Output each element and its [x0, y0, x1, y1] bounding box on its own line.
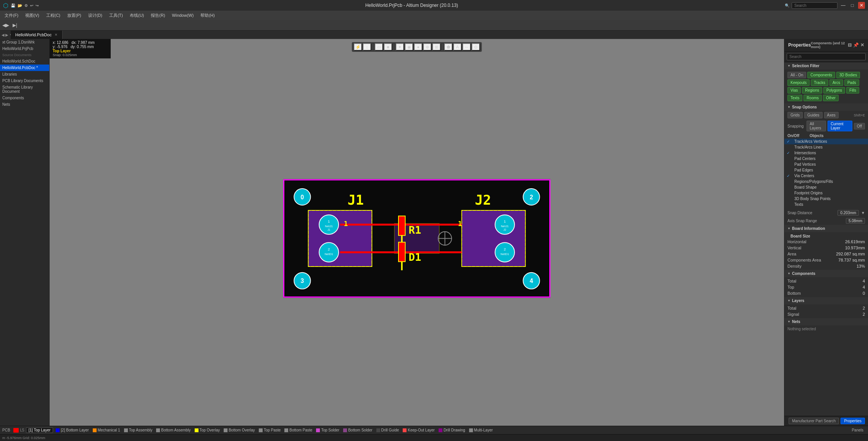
menu-view[interactable]: 视图(V)	[22, 12, 42, 19]
layer-drill-guide[interactable]: Drill Guide	[375, 428, 400, 432]
layer-multi[interactable]: Multi-Layer	[468, 428, 494, 432]
layer-keepout[interactable]: Keep-Out Layer	[402, 428, 436, 432]
layer-bottom[interactable]: [2] Bottom Layer	[55, 428, 90, 432]
pcb-tb-pad[interactable]: ⬟	[444, 43, 453, 51]
sidebar-item-1[interactable]: HelloWorld.PrjPcb	[0, 45, 49, 52]
section-components[interactable]: Components	[784, 270, 868, 277]
layer-bottom-paste[interactable]: Bottom Paste	[283, 428, 313, 432]
section-snap-options[interactable]: Snap Options	[784, 103, 868, 111]
status-layer-btn[interactable]: [1] Top Layer	[26, 427, 53, 433]
layer-bottom-solder[interactable]: Bottom Solder	[342, 428, 373, 432]
snap-distance-value[interactable]: 0.203mm	[837, 210, 859, 216]
filter-regions[interactable]: Regions	[802, 87, 822, 94]
sidebar-item-2[interactable]: Source Documents	[0, 52, 49, 58]
snap-axes[interactable]: Axes	[824, 112, 839, 118]
snap-row-via-centers[interactable]: ✓ Via Centers	[784, 173, 868, 179]
menu-window[interactable]: Window(W)	[169, 12, 197, 18]
snap-row-pad-edges[interactable]: Pad Edges	[784, 167, 868, 173]
snap-current-layer[interactable]: Current Layer	[828, 121, 852, 131]
sidebar-item-9[interactable]: Nets	[0, 101, 49, 108]
maximize-button[interactable]: □	[849, 2, 856, 9]
snap-grids[interactable]: Grids	[787, 112, 803, 118]
filter-tracks[interactable]: Tracks	[811, 79, 828, 86]
pcb-canvas[interactable]: x: 12.686 dx: 7.987 mm y: -5.976 dy: 0.7…	[50, 39, 784, 426]
pcb-tb-arrow[interactable]: ↕	[363, 43, 371, 51]
panel-properties[interactable]: Properties	[841, 418, 865, 424]
minimize-button[interactable]: —	[840, 2, 847, 9]
snap-row-board-shape[interactable]: Board Shape	[784, 184, 868, 190]
menu-tools[interactable]: 工具(T)	[106, 12, 126, 19]
pcb-tb-cross[interactable]: ⊕	[423, 43, 432, 51]
pcb-tb-solid[interactable]: ■	[384, 43, 392, 51]
filter-all-on[interactable]: All - On	[787, 72, 806, 78]
layer-mech1[interactable]: Mechanical 1	[92, 428, 121, 432]
snap-row-texts[interactable]: Texts	[784, 202, 868, 207]
sidebar-item-4[interactable]: HelloWorld.PcbDoc *	[0, 65, 49, 71]
filter-3dbodies[interactable]: 3D Bodies	[836, 72, 860, 78]
menu-place[interactable]: 放置(P)	[64, 12, 84, 19]
snap-row-regions[interactable]: Regions/Polygons/Fills	[784, 179, 868, 184]
snap-off[interactable]: Off	[854, 123, 865, 129]
snap-guides[interactable]: Guides	[804, 112, 823, 118]
tab-pcbdoc[interactable]: HelloWorld.PcbDoc ✕	[11, 31, 63, 39]
pcb-tb-text[interactable]: A	[453, 43, 462, 51]
pcb-tb-circle[interactable]: ◉	[405, 43, 413, 51]
toolbar-btn-1[interactable]: ◀▶	[2, 21, 10, 29]
menu-file[interactable]: 文件(F)	[2, 12, 21, 19]
pcb-tb-filter[interactable]: ⚡	[354, 43, 362, 51]
menu-design[interactable]: 设计(D)	[85, 12, 105, 19]
pcb-tb-route[interactable]: ✦	[396, 43, 404, 51]
layer-top-solder[interactable]: Top Solder	[315, 428, 340, 432]
panel-filter-icon[interactable]: ⊟	[848, 42, 852, 48]
sidebar-item-0[interactable]: xt Group 1.DsnWrk	[0, 39, 49, 45]
filter-rooms[interactable]: Rooms	[803, 95, 822, 101]
panels-label[interactable]: Panels	[849, 428, 866, 432]
pcb-board[interactable]: 1 NetJ1 J1 2 NetD1 1 NetJ1 J2 2 NetD1	[283, 179, 550, 297]
snap-row-track-arcs-lines[interactable]: Track/Arcs Lines	[784, 144, 868, 150]
panel-manufacturer-search[interactable]: Manufacturer Part Search	[789, 418, 839, 424]
close-button[interactable]: ✕	[858, 2, 865, 9]
filter-pads[interactable]: Pads	[844, 79, 859, 86]
filter-keepouts[interactable]: Keepouts	[787, 79, 810, 86]
sidebar-item-7[interactable]: Schematic Library Document	[0, 84, 49, 95]
pcb-tb-via[interactable]: ⊙	[472, 43, 480, 51]
snap-distance-dropdown[interactable]: ▼	[861, 211, 865, 215]
title-search-input[interactable]	[792, 2, 837, 9]
section-layers[interactable]: Layers	[784, 297, 868, 304]
layer-drill-drawing[interactable]: Drill Drawing	[437, 428, 466, 432]
sidebar-item-6[interactable]: PCB Library Documents	[0, 78, 49, 84]
pcb-tb-multi[interactable]: ⊞	[432, 43, 441, 51]
pcb-tb-rect[interactable]: ▭	[375, 43, 383, 51]
tab-scroll-right[interactable]: ▶	[5, 33, 8, 37]
sidebar-item-3[interactable]: HelloWorld.SchDoc	[0, 58, 49, 65]
snap-row-track-arcs-vertices[interactable]: ✓ Track/Arcs Vertices	[784, 139, 868, 144]
tab-scroll-left[interactable]: ◀	[2, 33, 5, 37]
panel-pin-icon[interactable]: 📌	[853, 42, 859, 48]
layer-top-paste[interactable]: Top Paste	[258, 428, 282, 432]
tab-close-icon[interactable]: ✕	[55, 33, 58, 37]
sidebar-item-8[interactable]: Components	[0, 95, 49, 101]
panel-close-icon[interactable]: ✕	[860, 42, 864, 48]
filter-components[interactable]: Components	[807, 72, 835, 78]
filter-vias[interactable]: Vias	[787, 87, 801, 94]
snap-row-footprint-origins[interactable]: Footprint Origins	[784, 190, 868, 196]
panel-search-input[interactable]	[787, 53, 866, 60]
pcb-tb-dim[interactable]: ↔	[463, 43, 471, 51]
menu-report[interactable]: 报告(R)	[148, 12, 168, 19]
pcb-tb-dot[interactable]: ●	[414, 43, 423, 51]
layer-top-assembly[interactable]: Top Assembly	[123, 428, 154, 432]
snap-row-intersections[interactable]: ✓ Intersections	[784, 150, 868, 156]
snap-all-layers[interactable]: All Layers	[807, 121, 826, 131]
toolbar-btn-2[interactable]: ▶|	[11, 21, 19, 29]
snap-row-pad-vertices[interactable]: Pad Vertices	[784, 162, 868, 167]
layer-top-overlay[interactable]: Top Overlay	[194, 428, 221, 432]
section-board-info[interactable]: Board Information	[784, 225, 868, 232]
snap-row-pad-centers[interactable]: Pad Centers	[784, 156, 868, 162]
menu-help[interactable]: 帮助(H)	[197, 12, 218, 19]
menu-project[interactable]: 工程(C)	[43, 12, 63, 19]
filter-other[interactable]: Other	[823, 95, 839, 101]
snap-row-3dbody-points[interactable]: 3D Body Snap Points	[784, 196, 868, 202]
section-selection-filter[interactable]: Selection Filter	[784, 62, 868, 69]
menu-route[interactable]: 布线(U)	[127, 12, 147, 19]
filter-arcs[interactable]: Arcs	[829, 79, 843, 86]
